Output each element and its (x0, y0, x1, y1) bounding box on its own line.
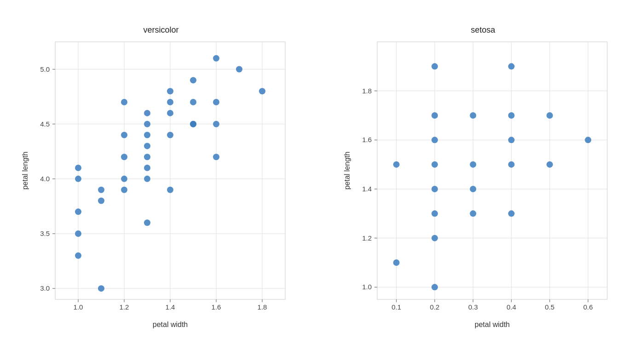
svg-point-112 (431, 161, 438, 167)
svg-point-115 (431, 63, 438, 69)
svg-text:4.0: 4.0 (40, 174, 50, 182)
svg-point-36 (75, 165, 81, 171)
svg-point-119 (470, 112, 476, 119)
svg-text:1.0: 1.0 (74, 303, 83, 311)
svg-point-61 (190, 77, 196, 83)
svg-text:petal length: petal length (21, 151, 29, 189)
svg-text:0.1: 0.1 (391, 303, 401, 311)
svg-text:0.3: 0.3 (468, 303, 478, 311)
svg-text:1.4: 1.4 (166, 303, 175, 311)
svg-text:setosa: setosa (471, 25, 495, 34)
svg-text:petal width: petal width (153, 321, 188, 328)
svg-point-109 (431, 235, 438, 241)
svg-point-37 (98, 285, 104, 292)
svg-point-106 (393, 259, 400, 266)
svg-point-52 (144, 109, 150, 116)
svg-point-110 (431, 210, 438, 217)
svg-text:1.6: 1.6 (212, 303, 221, 311)
svg-point-35 (75, 175, 81, 182)
svg-text:petal width: petal width (475, 321, 510, 328)
svg-point-124 (508, 63, 515, 69)
svg-text:1.4: 1.4 (362, 185, 372, 193)
svg-point-40 (121, 186, 127, 193)
svg-text:1.6: 1.6 (362, 136, 372, 143)
svg-text:petal length: petal length (343, 151, 351, 189)
svg-point-53 (167, 186, 173, 193)
svg-point-125 (546, 161, 553, 167)
svg-text:1.2: 1.2 (362, 234, 372, 241)
svg-point-48 (144, 154, 150, 160)
svg-point-46 (144, 175, 150, 182)
svg-point-33 (75, 230, 81, 237)
svg-point-42 (121, 154, 127, 160)
svg-point-49 (144, 143, 150, 149)
svg-text:3.5: 3.5 (40, 230, 50, 237)
svg-point-39 (98, 186, 104, 193)
svg-point-62 (213, 154, 219, 160)
svg-text:0.5: 0.5 (545, 303, 555, 311)
svg-point-117 (470, 186, 476, 192)
svg-point-121 (508, 161, 515, 167)
svg-point-107 (393, 161, 400, 167)
svg-point-64 (213, 99, 219, 105)
left-chart-panel: 1.01.21.41.61.83.03.54.04.55.0versicolor… (0, 0, 322, 350)
right-chart-panel: 0.10.20.30.40.50.61.01.21.41.61.8setosap… (322, 0, 644, 350)
svg-point-60 (190, 99, 196, 105)
svg-text:1.0: 1.0 (362, 283, 372, 291)
svg-point-41 (121, 175, 127, 182)
svg-point-123 (508, 112, 515, 119)
svg-point-67 (259, 88, 265, 94)
svg-point-113 (431, 137, 438, 143)
svg-point-57 (167, 88, 173, 94)
svg-point-47 (144, 165, 150, 171)
svg-point-34 (75, 208, 81, 215)
svg-point-116 (470, 210, 476, 217)
svg-text:0.2: 0.2 (430, 303, 440, 311)
svg-text:versicolor: versicolor (143, 25, 178, 34)
svg-point-63 (213, 120, 219, 127)
svg-point-54 (167, 132, 173, 138)
svg-text:1.8: 1.8 (362, 86, 372, 94)
svg-point-126 (546, 112, 553, 119)
svg-point-32 (75, 252, 81, 258)
svg-text:1.8: 1.8 (258, 303, 267, 311)
svg-point-118 (470, 161, 476, 167)
svg-point-50 (144, 132, 150, 138)
svg-point-59 (190, 120, 196, 127)
svg-point-55 (167, 109, 173, 116)
svg-text:4.5: 4.5 (40, 120, 50, 127)
svg-point-51 (144, 120, 150, 127)
svg-point-108 (431, 284, 438, 290)
svg-point-111 (431, 186, 438, 192)
svg-point-44 (121, 99, 127, 105)
right-chart: 0.10.20.30.40.50.61.01.21.41.61.8setosap… (340, 19, 626, 332)
svg-point-56 (167, 99, 173, 105)
svg-point-66 (236, 66, 242, 72)
svg-text:0.6: 0.6 (583, 303, 593, 311)
svg-point-43 (121, 132, 127, 138)
svg-point-120 (508, 210, 515, 217)
svg-point-127 (585, 137, 591, 143)
svg-text:0.4: 0.4 (506, 303, 516, 311)
svg-rect-72 (377, 42, 607, 299)
left-chart: 1.01.21.41.61.83.03.54.04.55.0versicolor… (18, 19, 304, 332)
svg-point-38 (98, 197, 104, 204)
charts-container: 1.01.21.41.61.83.03.54.04.55.0versicolor… (0, 0, 644, 350)
svg-point-65 (213, 55, 219, 61)
svg-text:1.2: 1.2 (120, 303, 129, 311)
svg-text:5.0: 5.0 (40, 65, 50, 73)
svg-text:3.0: 3.0 (40, 284, 50, 292)
svg-point-45 (144, 219, 150, 226)
svg-point-122 (508, 137, 515, 143)
svg-point-114 (431, 112, 438, 119)
